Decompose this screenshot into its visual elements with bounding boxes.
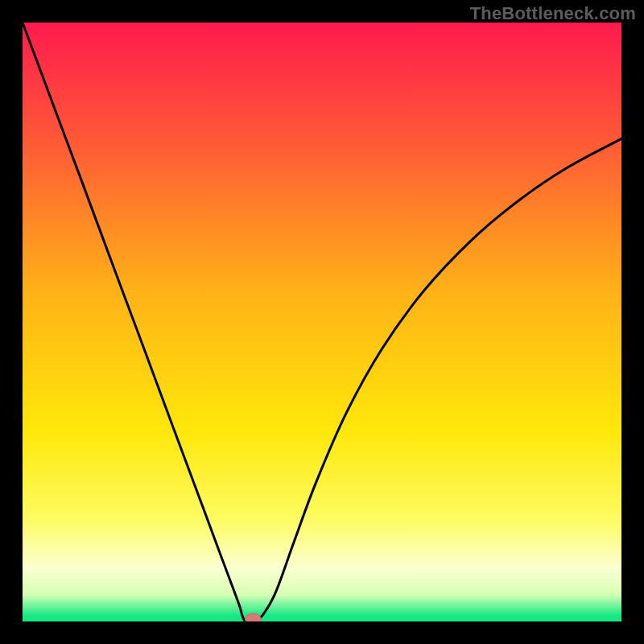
watermark-text: TheBottleneck.com — [470, 3, 636, 24]
chart-frame: TheBottleneck.com — [0, 0, 644, 644]
gradient-background — [23, 23, 621, 621]
plot-area — [23, 23, 621, 621]
bottleneck-chart — [23, 23, 621, 621]
optimal-marker — [245, 613, 261, 621]
